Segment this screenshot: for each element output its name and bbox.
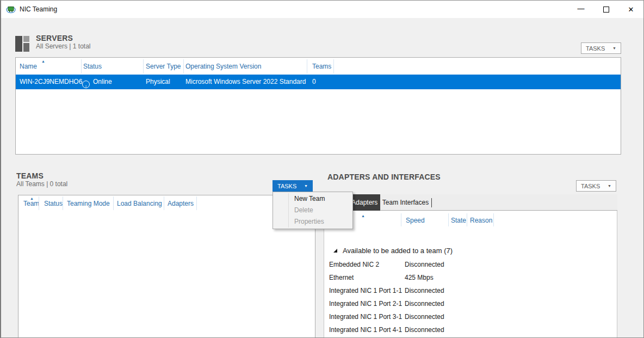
column-header-os-version[interactable]: Operating System Version bbox=[185, 63, 261, 70]
menu-item-new-team[interactable]: New Team bbox=[273, 193, 352, 205]
tab-separator bbox=[431, 198, 432, 207]
maximize-button[interactable] bbox=[593, 1, 618, 18]
column-separator bbox=[143, 59, 144, 73]
column-separator bbox=[39, 196, 39, 210]
nic-teaming-window: NIC Teaming — ✕ SERVERS All Servers | 1 … bbox=[0, 0, 644, 338]
chevron-down-icon: ▼ bbox=[304, 184, 308, 188]
column-separator bbox=[401, 213, 401, 226]
adapters-section-title: ADAPTERS AND INTERFACES bbox=[327, 173, 441, 181]
servers-tasks-button[interactable]: TASKS ▼ bbox=[581, 42, 621, 54]
nic-teaming-app-icon bbox=[6, 5, 16, 14]
column-separator bbox=[183, 59, 184, 73]
adapters-table-header: ▲ Speed State Reason bbox=[324, 213, 617, 227]
servers-tasks-label: TASKS bbox=[586, 45, 605, 52]
teams-section-title: TEAMS bbox=[16, 171, 67, 180]
teams-table-header: ▲ Team Status Teaming Mode Load Balancin… bbox=[18, 195, 315, 211]
servers-table-header: ▲ Name Status Server Type Operating Syst… bbox=[16, 58, 621, 74]
adapters-tasks-label: TASKS bbox=[581, 183, 600, 189]
column-separator bbox=[448, 213, 449, 226]
tab-team-interfaces-label: Team Interfaces bbox=[382, 199, 429, 206]
adapter-row[interactable]: Integrated NIC 1 Port 4-1 Disconnected bbox=[324, 324, 617, 337]
adapter-name: Ethernet bbox=[329, 274, 354, 281]
adapters-tasks-button[interactable]: TASKS ▼ bbox=[576, 180, 616, 192]
adapters-table: ▲ Speed State Reason Available to be add… bbox=[324, 211, 617, 338]
server-teams-cell: 0 bbox=[312, 78, 316, 85]
teams-table: ▲ Team Status Teaming Mode Load Balancin… bbox=[18, 195, 315, 338]
servers-section-subtitle: All Servers | 1 total bbox=[36, 42, 91, 50]
teams-tasks-button[interactable]: TASKS ▼ bbox=[273, 180, 313, 192]
menu-icon-gutter bbox=[288, 193, 289, 228]
adapter-name: Integrated NIC 1 Port 2-1 bbox=[329, 300, 402, 308]
teams-section-subtitle: All Teams | 0 total bbox=[16, 180, 67, 188]
adapter-row[interactable]: Integrated NIC 1 Port 3-1 Disconnected bbox=[324, 311, 617, 324]
server-type-cell: Physical bbox=[146, 78, 170, 85]
chevron-down-icon: ▼ bbox=[608, 184, 611, 188]
adapter-speed: Disconnected bbox=[405, 326, 444, 334]
column-header-speed[interactable]: Speed bbox=[406, 217, 425, 224]
close-button[interactable]: ✕ bbox=[618, 1, 643, 18]
teams-tasks-label: TASKS bbox=[277, 183, 296, 189]
adapter-row[interactable]: Integrated NIC 1 Port 1-1 Disconnected bbox=[324, 285, 617, 298]
column-header-reason[interactable]: Reason bbox=[470, 217, 492, 224]
column-header-status[interactable]: Status bbox=[83, 63, 102, 70]
adapters-tabstrip: Network Adapters Team Interfaces bbox=[324, 194, 617, 211]
sort-ascending-icon: ▲ bbox=[41, 59, 45, 63]
adapter-name: Integrated NIC 1 Port 1-1 bbox=[329, 287, 402, 294]
adapter-name: Integrated NIC 1 Port 4-1 bbox=[329, 326, 402, 334]
adapter-speed: Disconnected bbox=[405, 261, 444, 268]
server-name-cell: WIN-2CJ9NEMDHO6 bbox=[20, 78, 82, 85]
column-separator bbox=[333, 59, 334, 73]
menu-item-delete: Delete bbox=[273, 205, 352, 216]
column-separator bbox=[307, 59, 307, 73]
servers-table: ▲ Name Status Server Type Operating Syst… bbox=[15, 57, 621, 155]
servers-section-title: SERVERS bbox=[36, 34, 91, 42]
adapter-speed: Disconnected bbox=[405, 287, 444, 294]
adapter-group-header-label: Available to be added to a team (7) bbox=[343, 247, 453, 255]
servers-icon bbox=[15, 35, 30, 53]
column-separator bbox=[81, 59, 82, 73]
column-separator bbox=[493, 213, 494, 226]
column-separator bbox=[63, 196, 63, 210]
minimize-button[interactable]: — bbox=[568, 1, 593, 18]
adapter-name: Embedded NIC 2 bbox=[329, 261, 379, 268]
adapter-speed: Disconnected bbox=[405, 300, 444, 308]
adapter-speed: Disconnected bbox=[405, 313, 444, 321]
adapters-panel: Network Adapters Team Interfaces ▲ Speed… bbox=[324, 194, 617, 338]
tab-team-interfaces[interactable]: Team Interfaces bbox=[381, 194, 430, 211]
menu-item-properties: Properties bbox=[273, 216, 352, 228]
adapter-row[interactable]: Ethernet 425 Mbps bbox=[324, 272, 617, 285]
minimize-icon: — bbox=[578, 5, 585, 12]
adapter-group-header[interactable]: Available to be added to a team (7) bbox=[324, 243, 617, 257]
maximize-icon bbox=[603, 7, 609, 13]
column-separator bbox=[467, 213, 467, 226]
close-icon: ✕ bbox=[628, 6, 634, 13]
group-expanded-icon bbox=[333, 249, 337, 253]
column-header-teams[interactable]: Teams bbox=[312, 63, 331, 70]
adapter-row[interactable]: Embedded NIC 2 Disconnected bbox=[324, 259, 617, 272]
titlebar: NIC Teaming — ✕ bbox=[1, 1, 643, 18]
column-header-adapters[interactable]: Adapters bbox=[168, 200, 194, 207]
column-header-team[interactable]: Team bbox=[23, 200, 39, 207]
adapter-row[interactable]: Integrated NIC 1 Port 2-1 Disconnected bbox=[324, 298, 617, 311]
server-os-cell: Microsoft Windows Server 2022 Standard bbox=[185, 78, 306, 85]
column-separator bbox=[196, 196, 197, 210]
adapter-rows: Embedded NIC 2 Disconnected Ethernet 425… bbox=[324, 259, 617, 338]
column-header-server-type[interactable]: Server Type bbox=[146, 63, 181, 70]
column-header-state[interactable]: State bbox=[451, 217, 466, 224]
adapter-name: Integrated NIC 1 Port 3-1 bbox=[329, 313, 402, 321]
server-row-selected[interactable]: WIN-2CJ9NEMDHO6 ↑ Online Physical Micros… bbox=[16, 75, 621, 89]
window-title: NIC Teaming bbox=[20, 5, 57, 13]
column-separator bbox=[113, 196, 114, 210]
adapter-speed: 425 Mbps bbox=[405, 274, 434, 281]
teams-tasks-menu: New Team Delete Properties bbox=[273, 192, 353, 229]
sort-ascending-icon: ▲ bbox=[361, 214, 365, 218]
column-header-load-balancing[interactable]: Load Balancing bbox=[117, 200, 162, 207]
column-header-teaming-mode[interactable]: Teaming Mode bbox=[67, 200, 110, 207]
column-separator bbox=[164, 196, 164, 210]
column-header-status[interactable]: Status bbox=[44, 200, 63, 207]
column-header-name[interactable]: Name bbox=[20, 63, 37, 70]
chevron-down-icon: ▼ bbox=[612, 46, 616, 50]
server-status-cell: Online bbox=[93, 78, 112, 85]
